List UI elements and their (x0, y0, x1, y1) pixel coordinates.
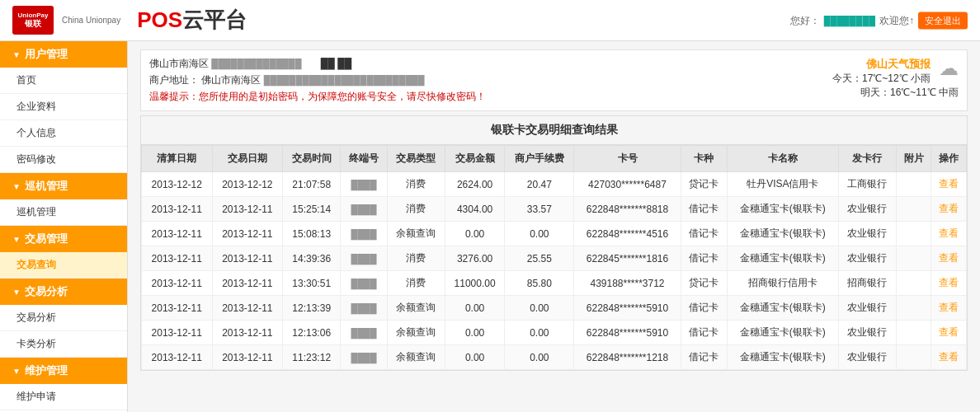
cell-card-kind: 借记卡 (681, 197, 727, 222)
col-fee: 商户手续费 (505, 146, 574, 172)
cell-card-no: 622848*******5910 (574, 321, 681, 345)
cell-trade-date: 2013-12-11 (212, 321, 283, 345)
cell-card-no: 439188*****3712 (574, 271, 681, 296)
cell-trade-time: 15:25:14 (283, 197, 341, 222)
cell-card-kind: 贷记卡 (681, 271, 727, 296)
cell-attachment (896, 197, 931, 222)
cell-issuer: 工商银行 (838, 172, 896, 197)
cell-fee: 20.47 (505, 172, 574, 197)
sidebar-section-maintenance[interactable]: ▼ 维护管理 (0, 358, 127, 384)
cell-action[interactable]: 查看 (931, 222, 967, 246)
view-link[interactable]: 查看 (939, 203, 959, 214)
cell-terminal: ████ (341, 246, 387, 271)
sidebar-item-trade-analysis[interactable]: 交易分析 (0, 305, 127, 331)
cell-terminal: ████ (341, 296, 387, 321)
cell-card-kind: 借记卡 (681, 246, 727, 271)
view-link[interactable]: 查看 (939, 252, 959, 264)
header: UnionPay 银联 China Unionpay POS云平台 您好： ██… (0, 0, 980, 41)
sidebar-section-user-mgmt[interactable]: ▼ 用户管理 (0, 41, 127, 68)
view-link[interactable]: 查看 (939, 227, 959, 239)
cell-fee: 33.57 (505, 197, 574, 222)
cell-trade-time: 11:23:12 (283, 345, 341, 370)
col-card-kind: 卡种 (681, 146, 727, 172)
cell-card-kind: 借记卡 (681, 345, 727, 370)
sidebar-item-trade-query[interactable]: 交易查询 (0, 252, 127, 279)
view-link[interactable]: 查看 (939, 178, 959, 190)
sidebar-section-trade-mgmt[interactable]: ▼ 交易管理 (0, 226, 127, 252)
sidebar-section-trade-analysis[interactable]: ▼ 交易分析 (0, 279, 127, 305)
cell-amount: 2624.00 (445, 172, 505, 197)
sidebar-item-enterprise[interactable]: 企业资料 (0, 94, 127, 120)
username-link[interactable]: ████████ (824, 16, 875, 26)
col-issuer: 发卡行 (838, 146, 896, 172)
cell-settle-date: 2013-12-11 (142, 321, 213, 345)
sidebar-section-maint-label: 维护管理 (25, 363, 68, 378)
table-row: 2013-12-11 2013-12-11 12:13:06 ████ 余额查询… (142, 321, 967, 345)
cell-terminal: ████ (341, 345, 387, 370)
table-row: 2013-12-11 2013-12-11 15:25:14 ████ 消费 4… (142, 197, 967, 222)
cell-card-no: 622848*******5910 (574, 296, 681, 321)
sidebar-item-password[interactable]: 密码修改 (0, 147, 127, 173)
sidebar-section-analysis-label: 交易分析 (25, 284, 68, 299)
col-trade-time: 交易时间 (283, 146, 341, 172)
cell-trade-type: 消费 (387, 246, 445, 271)
table-title: 银联卡交易明细查询结果 (141, 116, 967, 145)
cell-action[interactable]: 查看 (931, 321, 967, 345)
cell-trade-time: 15:08:13 (283, 222, 341, 246)
sidebar-item-home[interactable]: 首页 (0, 68, 127, 94)
cell-card-name: 招商银行信用卡 (728, 271, 839, 296)
cell-attachment (896, 271, 931, 296)
view-link[interactable]: 查看 (939, 277, 959, 288)
cell-fee: 0.00 (505, 296, 574, 321)
cell-settle-date: 2013-12-11 (142, 197, 213, 222)
cell-trade-time: 13:30:51 (283, 271, 341, 296)
sidebar-item-maintenance-apply[interactable]: 维护申请 (0, 384, 127, 410)
logout-button[interactable]: 安全退出 (918, 12, 968, 29)
cell-action[interactable]: 查看 (931, 345, 967, 370)
view-link[interactable]: 查看 (939, 351, 959, 363)
cell-trade-type: 消费 (387, 271, 445, 296)
extra-info: ██ ██ (321, 58, 351, 69)
cell-action[interactable]: 查看 (931, 271, 967, 296)
cell-card-name: 金穗通宝卡(银联卡) (728, 321, 839, 345)
cell-action[interactable]: 查看 (931, 246, 967, 271)
cell-card-name: 金穗通宝卡(银联卡) (728, 222, 839, 246)
cell-attachment (896, 296, 931, 321)
cell-card-no: 622848*******8818 (574, 197, 681, 222)
cell-card-name: 金穗通宝卡(银联卡) (728, 345, 839, 370)
cell-action[interactable]: 查看 (931, 197, 967, 222)
cell-trade-type: 余额查询 (387, 321, 445, 345)
arrow-icon-maint: ▼ (12, 367, 21, 376)
cell-amount: 0.00 (445, 345, 505, 370)
col-trade-date: 交易日期 (212, 146, 283, 172)
sidebar-item-personal[interactable]: 个人信息 (0, 120, 127, 147)
cell-action[interactable]: 查看 (931, 172, 967, 197)
table-row: 2013-12-11 2013-12-11 14:39:36 ████ 消费 3… (142, 246, 967, 271)
sidebar-section-patrol[interactable]: ▼ 巡机管理 (0, 173, 127, 199)
cell-terminal: ████ (341, 197, 387, 222)
cell-card-name: 牡丹VISA信用卡 (728, 172, 839, 197)
sidebar-item-card-analysis[interactable]: 卡类分析 (0, 331, 127, 358)
view-link[interactable]: 查看 (939, 326, 959, 338)
cell-card-name: 金穗通宝卡(银联卡) (728, 296, 839, 321)
transaction-table: 清算日期 交易日期 交易时间 终端号 交易类型 交易金额 商户手续费 卡号 卡种… (141, 145, 967, 370)
location-text: 佛山市南海区 (149, 58, 209, 69)
pos-text: POS (137, 7, 182, 32)
cell-trade-time: 21:07:58 (283, 172, 341, 197)
cell-amount: 0.00 (445, 321, 505, 345)
cell-terminal: ████ (341, 222, 387, 246)
col-trade-type: 交易类型 (387, 146, 445, 172)
cell-settle-date: 2013-12-11 (142, 296, 213, 321)
sidebar-item-patrol-mgmt[interactable]: 巡机管理 (0, 199, 127, 226)
cell-card-kind: 贷记卡 (681, 172, 727, 197)
info-bar: 佛山市南海区 ██████████████ ██ ██ 商户地址： 佛山市南海区… (140, 49, 968, 111)
cell-trade-date: 2013-12-11 (212, 271, 283, 296)
cell-action[interactable]: 查看 (931, 296, 967, 321)
cell-trade-date: 2013-12-12 (212, 172, 283, 197)
address-row: 商户地址： 佛山市南海区 █████████████████████████ (149, 73, 794, 87)
view-link[interactable]: 查看 (939, 302, 959, 313)
sidebar-section-patrol-label: 巡机管理 (25, 179, 68, 194)
cell-fee: 0.00 (505, 321, 574, 345)
cell-card-kind: 借记卡 (681, 222, 727, 246)
cell-trade-type: 消费 (387, 172, 445, 197)
